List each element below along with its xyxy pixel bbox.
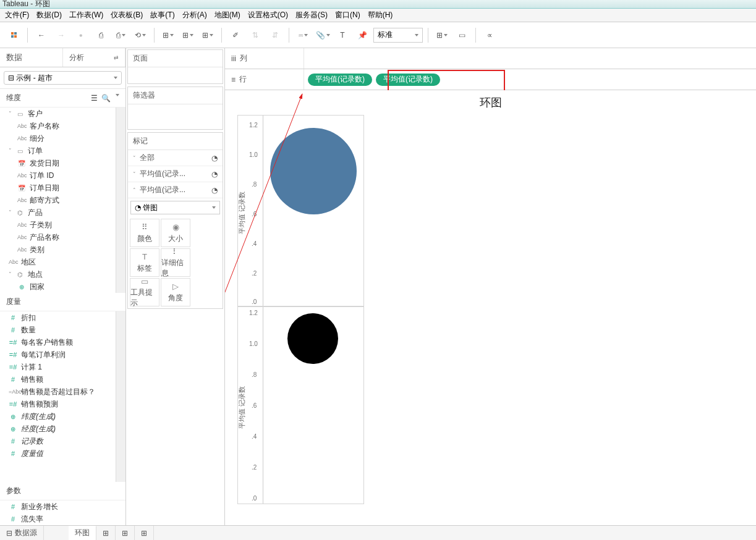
field-profit-per-order[interactable]: =#每笔订单利润 <box>0 348 116 361</box>
show-cards-button[interactable]: ⊞ <box>433 27 451 44</box>
field-record-count[interactable]: #记录数 <box>0 435 116 447</box>
field-ship-mode[interactable]: Abc邮寄方式 <box>0 194 116 206</box>
forward-button[interactable]: → <box>53 27 70 44</box>
highlight-button[interactable]: ⎓ <box>294 27 312 44</box>
field-discount[interactable]: #折扣 <box>0 311 116 324</box>
tab-datasource[interactable]: ⊟ 数据源 <box>0 526 44 540</box>
field-latitude[interactable]: ⊕纬度(生成) <box>0 410 116 423</box>
pie-mark-top[interactable] <box>270 128 357 214</box>
field-calc1[interactable]: =#计算 1 <box>0 361 116 373</box>
mark-label[interactable]: T标签 <box>130 248 159 277</box>
viz-title[interactable]: 环图 <box>225 90 756 112</box>
marks-avg2[interactable]: ˄平均值(记录...◔ <box>128 182 223 198</box>
new-story-button[interactable]: ⊞ <box>135 526 154 540</box>
visualization-area[interactable]: 环图 平均值 记录数 1.2 1.0 .8 .6 .4 .2 .0 平均值 记录… <box>225 90 756 525</box>
param-churn[interactable]: #流失率 <box>0 513 125 525</box>
menu-dashboard[interactable]: 仪表板(B) <box>107 9 147 22</box>
menu-story[interactable]: 故事(T) <box>147 9 178 22</box>
new-worksheet-button[interactable]: ⊞ <box>96 526 116 540</box>
chart-bottom: 平均值 记录数 1.2 1.0 .8 .6 .4 .2 .0 <box>237 306 364 504</box>
presentation-button[interactable]: ▭ <box>453 27 470 44</box>
attach-button[interactable]: 📎 <box>314 27 331 44</box>
field-customer-name[interactable]: Abc客户名称 <box>0 120 116 132</box>
pill-avg-records-1[interactable]: 平均值(记录数) <box>308 74 372 86</box>
toolbar: ← → ▫ ⎙ ⎙ ⟲ ⊞ ⊞ ⊞ ✐ ⇅ ⇵ ⎓ 📎 T 📌 标准 ⊞ ▭ ∝ <box>0 22 756 48</box>
cards-pane: 页面 筛选器 标记 ˅全部◔ ˅平均值(记录...◔ ˄平均值(记录...◔ ◔… <box>126 48 225 525</box>
folder-order[interactable]: ˅▭订单 <box>0 145 116 157</box>
menu-analysis[interactable]: 分析(A) <box>179 9 211 22</box>
back-button[interactable]: ← <box>33 27 50 44</box>
sort-a-button[interactable]: ⇅ <box>247 27 264 44</box>
scrollbar-measures[interactable] <box>116 311 125 482</box>
field-measure-values[interactable]: #度量值 <box>0 447 116 460</box>
save-button[interactable]: ▫ <box>72 27 90 44</box>
mark-detail[interactable]: ⠇详细信息 <box>161 248 190 277</box>
marks-card-header: 标记 <box>128 133 223 150</box>
list-view-icon[interactable]: ☰ <box>91 94 98 103</box>
new-datasource-button[interactable]: ⎙ <box>92 27 109 44</box>
marks-all[interactable]: ˅全部◔ <box>128 150 223 166</box>
menu-server[interactable]: 服务器(S) <box>292 9 331 22</box>
swap-button[interactable]: ⊞ <box>159 27 177 44</box>
filters-card[interactable]: 筛选器 <box>128 87 223 104</box>
folder-customer[interactable]: ˅▭客户 <box>0 108 116 120</box>
field-region[interactable]: Abc地区 <box>0 256 116 268</box>
menu-worksheet[interactable]: 工作表(W) <box>66 9 107 22</box>
refresh-button[interactable]: ⟲ <box>132 27 149 44</box>
field-category[interactable]: Abc类别 <box>0 243 116 256</box>
field-country[interactable]: ⊕国家 <box>0 281 116 293</box>
field-sales-per-customer[interactable]: =#每名客户销售额 <box>0 336 116 348</box>
field-longitude[interactable]: ⊕经度(生成) <box>0 423 116 435</box>
pie-mark-bottom[interactable] <box>287 313 338 364</box>
mark-tooltip[interactable]: ▭工具提示 <box>130 278 159 306</box>
field-ship-date[interactable]: 📅发货日期 <box>0 157 116 169</box>
folder-product[interactable]: ˅⌬产品 <box>0 206 116 219</box>
marks-avg1[interactable]: ˅平均值(记录...◔ <box>128 166 223 182</box>
menu-help[interactable]: 帮助(H) <box>364 9 397 22</box>
field-sales[interactable]: #销售额 <box>0 373 116 386</box>
sort-asc-button[interactable]: ⊞ <box>179 27 197 44</box>
tableau-logo-icon[interactable] <box>5 27 22 44</box>
field-product-name[interactable]: Abc产品名称 <box>0 231 116 243</box>
folder-location[interactable]: ˅⌬地点 <box>0 268 116 281</box>
axis-label-top: 平均值 记录数 <box>237 192 247 234</box>
mark-angle[interactable]: ▷角度 <box>161 278 190 306</box>
datasource-selector[interactable]: ⊟ 示例 - 超市 <box>4 71 122 85</box>
field-quantity[interactable]: #数量 <box>0 324 116 336</box>
menu-format[interactable]: 设置格式(O) <box>244 9 292 22</box>
rows-shelf[interactable]: ≡行 平均值(记录数) 平均值(记录数) <box>225 69 756 90</box>
scrollbar-dimensions[interactable] <box>116 108 125 293</box>
pin-button[interactable]: 📌 <box>354 27 371 44</box>
field-segment[interactable]: Abc细分 <box>0 132 116 145</box>
field-sub-category[interactable]: Abc子类别 <box>0 219 116 231</box>
fit-dropdown[interactable]: 标准 <box>373 28 423 43</box>
menu-data[interactable]: 数据(D) <box>33 9 66 22</box>
data-sidebar: 数据 分析⇄ ⊟ 示例 - 超市 维度 ☰🔍 ˅▭客户 Abc客户名称 Abc细… <box>0 48 126 525</box>
tab-analytics[interactable]: 分析⇄ <box>63 48 126 67</box>
field-sales-forecast[interactable]: =#销售额预测 <box>0 398 116 410</box>
share-button[interactable]: ∝ <box>481 27 498 44</box>
menu-window[interactable]: 窗口(N) <box>331 9 364 22</box>
clear-button[interactable]: ✐ <box>227 27 244 44</box>
field-order-date[interactable]: 📅订单日期 <box>0 182 116 194</box>
field-order-id[interactable]: Abc订单 ID <box>0 169 116 182</box>
columns-shelf[interactable]: iii列 <box>225 48 756 69</box>
search-icon[interactable]: 🔍 <box>101 94 111 103</box>
mark-type-dropdown[interactable]: ◔ 饼图 <box>130 201 220 214</box>
pages-card[interactable]: 页面 <box>128 50 223 67</box>
field-sales-over-target[interactable]: =Abc销售额是否超过目标？ <box>0 386 116 398</box>
pill-avg-records-2[interactable]: 平均值(记录数) <box>376 74 440 86</box>
measures-header: 度量 <box>0 293 125 311</box>
sort-desc-button[interactable]: ⊞ <box>199 27 216 44</box>
tab-sheet-donut[interactable]: 环图 <box>69 526 96 540</box>
menu-file[interactable]: 文件(F) <box>1 9 33 22</box>
param-growth[interactable]: #新业务增长 <box>0 500 125 513</box>
mark-color[interactable]: ⠿颜色 <box>130 219 159 247</box>
sort-d-button[interactable]: ⇵ <box>266 27 284 44</box>
new-dashboard-button[interactable]: ⊞ <box>116 526 135 540</box>
mark-size[interactable]: ◉大小 <box>161 219 190 247</box>
menu-map[interactable]: 地图(M) <box>211 9 244 22</box>
pause-updates-button[interactable]: ⎙ <box>112 27 129 44</box>
text-button[interactable]: T <box>334 27 351 44</box>
tab-data[interactable]: 数据 <box>0 48 63 67</box>
